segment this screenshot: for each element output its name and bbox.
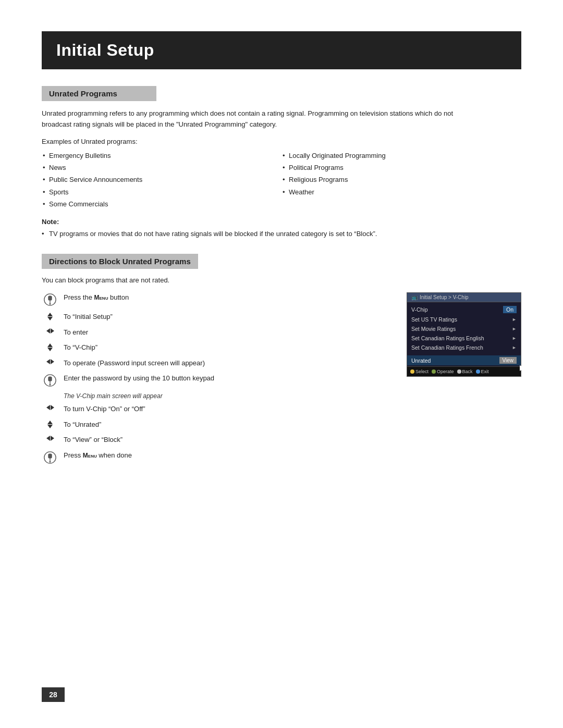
examples-columns: Emergency Bulletins News Public Service … [42,150,521,211]
list-item: Political Programs [282,162,521,174]
step-2: To “Initial Setup” [42,312,391,322]
page-title: Initial Setup [42,31,521,69]
vchip-footer-select: Select [410,369,429,374]
arrow-ud-icon-2 [42,343,58,351]
examples-list-2: Locally Originated Programming Political… [282,150,521,199]
step-10: Press Menu when done [42,450,391,464]
arrow-down-icon [47,317,53,320]
vchip-item-label: Set US TV Ratings [411,316,457,323]
step-1-text: Press the Menu button [64,292,391,303]
arrow-lr-icon-4 [42,436,58,441]
vchip-screen: 📺 Initial Setup > V-Chip V-Chip On Set U… [407,292,521,377]
list-item: Public Service Announcements [42,174,282,186]
arrow-left-icon-3 [46,405,50,410]
dot-exit [476,369,480,374]
vchip-item-label: V-Chip [411,306,428,313]
dot-select [410,369,414,374]
vchip-item-label: Set Canadian Ratings English [411,335,484,341]
step-5: To operate (Password input screen will a… [42,358,391,368]
vchip-title-bar: 📺 Initial Setup > V-Chip [407,293,521,302]
vchip-item-movie: Set Movie Ratings ► [407,324,521,334]
directions-section: Directions to Block Unrated Programs You… [42,254,521,470]
cursor-arrow: ▶ [520,363,525,372]
unrated-header: Unrated Programs [42,86,156,101]
list-item: News [42,162,282,174]
vchip-screen-wrapper: 📺 Initial Setup > V-Chip V-Chip On Set U… [407,292,521,377]
vchip-appear-note: The V-Chip main screen will appear [64,392,391,400]
note-text: TV programs or movies that do not have r… [42,229,469,240]
svg-rect-9 [48,453,52,458]
arrow-left-icon [46,328,50,334]
step-4-text: To “V-Chip” [64,342,391,353]
examples-label: Examples of Unrated programs: [42,138,521,145]
step-4: To “V-Chip” [42,342,391,353]
footer-label-select: Select [415,369,429,374]
unrated-section: Unrated Programs Unrated programming ref… [42,86,521,239]
note-block: Note: TV programs or movies that do not … [42,218,521,240]
page-number: 28 [42,687,65,702]
vchip-item-canadian-fr: Set Canadian Ratings French ► [407,343,521,352]
arrow-right-icon [51,328,54,334]
footer-label-back: Back [462,369,473,374]
vchip-unrated-row: Unrated View [407,355,521,365]
vchip-item-arrow-3: ► [512,336,517,341]
arrow-ud-icon [42,313,58,320]
arrow-right-icon-3 [51,405,54,410]
vchip-footer-operate: Operate [432,369,454,374]
step-6: Enter the password by using the 10 butto… [42,373,391,387]
svg-rect-5 [48,377,52,381]
remote-icon-2 [42,374,58,387]
vchip-item-value: On [503,306,517,313]
svg-rect-1 [48,296,52,301]
dot-operate [432,369,436,374]
list-item: Weather [282,186,521,198]
dot-back [457,369,461,374]
arrow-lr-icon [42,328,58,334]
step-8: To “Unrated” [42,419,391,430]
step-2-text: To “Initial Setup” [64,312,391,322]
step-5-text: To operate (Password input screen will a… [64,358,391,368]
vchip-footer-exit: Exit [476,369,489,374]
examples-col-1: Emergency Bulletins News Public Service … [42,150,282,211]
list-item: Emergency Bulletins [42,150,282,162]
step-9: To “View” or “Block” [42,435,391,445]
list-item: Religious Programs [282,174,521,186]
arrow-ud-icon-3 [42,421,58,428]
remote-icon-3 [42,451,58,464]
vchip-item-arrow: ► [512,317,517,322]
vchip-item-canadian-eng: Set Canadian Ratings English ► [407,334,521,343]
examples-col-2: Locally Originated Programming Political… [282,150,521,211]
arrow-up-icon-2 [47,343,53,347]
page: Initial Setup Unrated Programs Unrated p… [0,0,563,728]
svg-point-3 [50,303,51,305]
step-6-text: Enter the password by using the 10 butto… [64,373,391,384]
arrow-left-icon-2 [46,359,50,364]
step-3: To enter [42,327,391,338]
step-3-text: To enter [64,327,391,338]
remote-icon [42,293,58,306]
svg-point-11 [50,461,51,463]
list-item: Locally Originated Programming [282,150,521,162]
vchip-item-arrow-4: ► [512,345,517,350]
arrow-right-icon-4 [51,436,54,441]
directions-intro: You can block programs that are not rate… [42,276,521,284]
vchip-item-arrow-2: ► [512,326,517,331]
vchip-item-vchip: V-Chip On [407,304,521,315]
vchip-item-label: Set Canadian Ratings French [411,344,483,351]
footer-label-operate: Operate [437,369,454,374]
arrow-right-icon-2 [51,359,54,364]
list-item: Some Commercials [42,198,282,210]
unrated-intro: Unrated programming refers to any progra… [42,108,469,130]
directions-content: Press the Menu button To “Initial Setup” [42,292,521,470]
directions-header: Directions to Block Unrated Programs [42,254,198,269]
footer-label-exit: Exit [481,369,489,374]
examples-list-1: Emergency Bulletins News Public Service … [42,150,282,211]
arrow-lr-icon-2 [42,359,58,364]
step-10-text: Press Menu when done [64,450,391,461]
arrow-lr-icon-3 [42,405,58,410]
tv-icon: 📺 [411,294,418,300]
list-item: Sports [42,186,282,198]
vchip-item-label: Set Movie Ratings [411,326,456,332]
step-7: To turn V-Chip “On” or “Off” [42,404,391,414]
arrow-down-icon-2 [47,348,53,351]
